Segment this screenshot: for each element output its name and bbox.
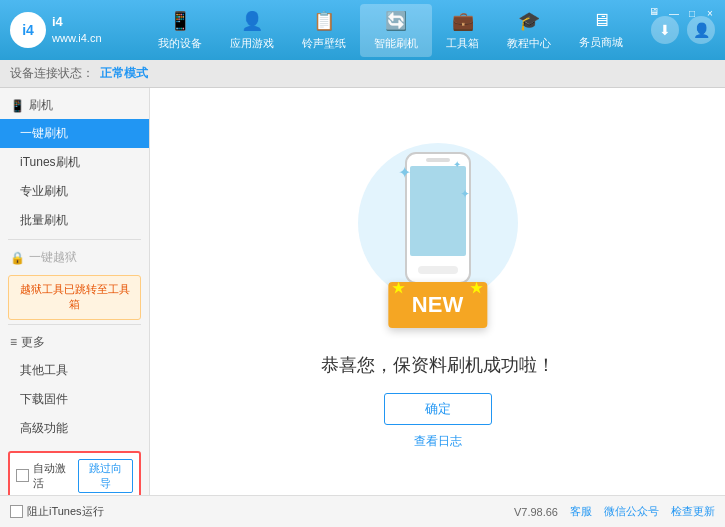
download-btn[interactable]: ⬇ <box>651 16 679 44</box>
toolbox-icon: 💼 <box>452 10 474 32</box>
divider-2 <box>8 324 141 325</box>
sidebar-item-batch-flash[interactable]: 批量刷机 <box>0 206 149 235</box>
close-btn[interactable]: × <box>703 6 717 20</box>
version-label: V7.98.66 <box>514 506 558 518</box>
tab-store[interactable]: 🖥 务员商城 <box>565 4 637 57</box>
apps-icon: 👤 <box>241 10 263 32</box>
status-label: 设备连接状态： <box>10 65 94 82</box>
tab-my-device[interactable]: 📱 我的设备 <box>144 4 216 57</box>
tab-tutorials[interactable]: 🎓 教程中心 <box>493 4 565 57</box>
star-right: ★ <box>470 280 483 296</box>
phone-svg: ✦ ✦ ✦ <box>398 148 478 288</box>
svg-rect-2 <box>426 158 450 162</box>
sidebar-item-download-firmware[interactable]: 下载固件 <box>0 385 149 414</box>
support-link[interactable]: 客服 <box>570 504 592 519</box>
sidebar-item-advanced[interactable]: 高级功能 <box>0 414 149 443</box>
sidebar-jailbreak-warning: 越狱工具已跳转至工具箱 <box>8 275 141 320</box>
auto-activate-label: 自动激活 <box>33 461 74 491</box>
device-panel: 自动激活 跳过向导 📱 iPhone 15 Pro Max 512GB iPho… <box>8 451 141 495</box>
sidebar-item-one-key-flash[interactable]: 一键刷机 <box>0 119 149 148</box>
svg-rect-3 <box>418 266 458 274</box>
device-auto-row: 自动激活 跳过向导 <box>16 459 133 493</box>
sidebar-item-pro-flash[interactable]: 专业刷机 <box>0 177 149 206</box>
divider-1 <box>8 239 141 240</box>
update-link[interactable]: 检查更新 <box>671 504 715 519</box>
status-value: 正常模式 <box>100 65 148 82</box>
user-btn[interactable]: 👤 <box>687 16 715 44</box>
ringtones-icon: 📋 <box>313 10 335 32</box>
smart-flash-icon: 🔄 <box>385 10 407 32</box>
star-left: ★ <box>392 280 405 296</box>
store-icon: 🖥 <box>592 10 610 31</box>
auto-activate-checkbox[interactable] <box>16 469 29 482</box>
minimize-btn[interactable]: — <box>667 6 681 20</box>
itunes-label: 阻止iTunes运行 <box>27 504 104 519</box>
content-area: ✦ ✦ ✦ NEW ★ ★ 恭喜您，保资料刷机成功啦！ 确定 查看日志 <box>150 88 725 495</box>
tab-smart-flash[interactable]: 🔄 智能刷机 <box>360 4 432 57</box>
confirm-button[interactable]: 确定 <box>384 393 492 425</box>
guide-button[interactable]: 跳过向导 <box>78 459 133 493</box>
bottom-right: V7.98.66 客服 微信公众号 检查更新 <box>514 504 715 519</box>
logo-subtitle: i4 www.i4.cn <box>52 14 102 45</box>
svg-text:✦: ✦ <box>453 159 461 170</box>
sidebar-section-jailbreak: 🔒 一键越狱 越狱工具已跳转至工具箱 <box>0 244 149 320</box>
maximize-btn[interactable]: □ <box>685 6 699 20</box>
sidebar-section-more: ≡ 更多 其他工具 下载固件 高级功能 <box>0 329 149 443</box>
sidebar-item-other-tools[interactable]: 其他工具 <box>0 356 149 385</box>
status-bar: 设备连接状态： 正常模式 <box>0 60 725 88</box>
svg-text:✦: ✦ <box>398 164 411 181</box>
phone-illustration: ✦ ✦ ✦ NEW ★ ★ <box>348 133 528 333</box>
header: i4 i4 www.i4.cn 📱 我的设备 👤 应用游戏 📋 铃声壁纸 🔄 智… <box>0 0 725 60</box>
itunes-checkbox[interactable] <box>10 505 23 518</box>
logo-text-inner: i4 <box>22 22 34 38</box>
svg-rect-1 <box>410 166 466 256</box>
success-message: 恭喜您，保资料刷机成功啦！ <box>321 353 555 377</box>
svg-text:✦: ✦ <box>460 187 470 201</box>
window-icon-1: 🖥 <box>649 6 659 20</box>
sidebar-section-flash: 📱 刷机 一键刷机 iTunes刷机 专业刷机 批量刷机 <box>0 92 149 235</box>
tutorials-icon: 🎓 <box>518 10 540 32</box>
window-controls: 🖥 — □ × <box>649 6 717 20</box>
bottom-bar: 阻止iTunes运行 V7.98.66 客服 微信公众号 检查更新 <box>0 495 725 527</box>
logo-icon: i4 <box>10 12 46 48</box>
tab-toolbox[interactable]: 💼 工具箱 <box>432 4 493 57</box>
sidebar-flash-header: 📱 刷机 <box>0 92 149 119</box>
itunes-section: 阻止iTunes运行 <box>10 504 160 519</box>
main-layout: 📱 刷机 一键刷机 iTunes刷机 专业刷机 批量刷机 🔒 一键越狱 越狱工具… <box>0 88 725 495</box>
new-badge: NEW ★ ★ <box>388 282 487 328</box>
tab-apps[interactable]: 👤 应用游戏 <box>216 4 288 57</box>
sidebar-more-header: ≡ 更多 <box>0 329 149 356</box>
lock-icon: 🔒 <box>10 251 25 265</box>
sidebar-item-itunes-flash[interactable]: iTunes刷机 <box>0 148 149 177</box>
flash-section-icon: 📱 <box>10 99 25 113</box>
header-right: ⬇ 👤 <box>651 16 715 44</box>
tab-ringtones[interactable]: 📋 铃声壁纸 <box>288 4 360 57</box>
my-device-icon: 📱 <box>169 10 191 32</box>
device-section: 自动激活 跳过向导 📱 iPhone 15 Pro Max 512GB iPho… <box>0 451 149 495</box>
logo-area: i4 i4 www.i4.cn <box>10 12 130 48</box>
sidebar: 📱 刷机 一键刷机 iTunes刷机 专业刷机 批量刷机 🔒 一键越狱 越狱工具… <box>0 88 150 495</box>
sidebar-jailbreak-header: 🔒 一键越狱 <box>0 244 149 271</box>
nav-tabs: 📱 我的设备 👤 应用游戏 📋 铃声壁纸 🔄 智能刷机 💼 工具箱 🎓 教程中心… <box>130 4 651 57</box>
log-link[interactable]: 查看日志 <box>414 433 462 450</box>
more-icon: ≡ <box>10 335 17 349</box>
wechat-link[interactable]: 微信公众号 <box>604 504 659 519</box>
